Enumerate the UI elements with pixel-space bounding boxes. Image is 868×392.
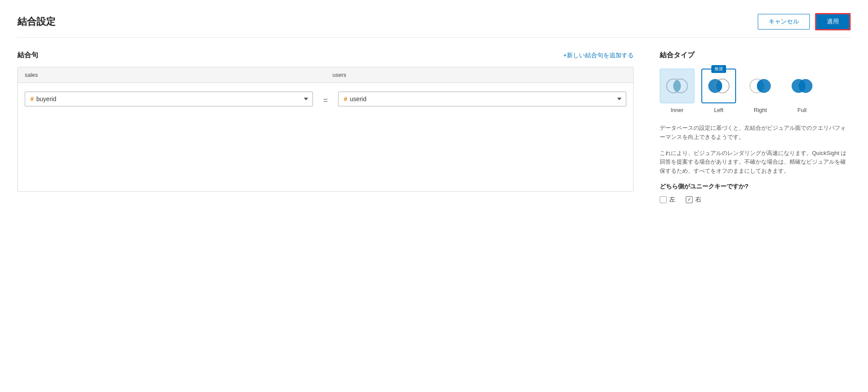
join-type-inner[interactable]: Inner <box>660 69 694 113</box>
join-table-body: # buyerid = # userid <box>18 83 633 191</box>
unique-key-title: どちら側がユニークキーですか? <box>660 183 851 191</box>
description-1: データベースの設定に基づくと、左結合がビジュアル面でのクエリパフォーマンスを向上… <box>660 124 851 142</box>
unique-key-left-option[interactable]: 左 <box>660 196 675 204</box>
left-field-selector[interactable]: # buyerid <box>25 92 313 106</box>
apply-button[interactable]: 適用 <box>815 13 851 30</box>
left-join-icon <box>707 77 731 95</box>
svg-point-13 <box>799 79 812 93</box>
page-container: 結合設定 キャンセル 適用 結合句 +新しい結合句を追加する sales use… <box>0 0 868 392</box>
right-label: Right <box>754 107 767 113</box>
left-table-header: sales <box>18 67 326 82</box>
header-buttons: キャンセル 適用 <box>758 13 851 30</box>
equals-sign: = <box>320 96 332 105</box>
join-table: sales users # buyerid = # userid <box>17 67 634 192</box>
left-field-hash: # <box>30 96 34 102</box>
join-table-header: sales users <box>18 67 633 83</box>
main-content: 結合句 +新しい結合句を追加する sales users # buyerid = <box>17 51 851 204</box>
full-icon-wrap <box>785 69 819 103</box>
cancel-button[interactable]: キャンセル <box>758 14 810 30</box>
inner-icon-wrap <box>660 69 694 103</box>
join-clause-section-header: 結合句 +新しい結合句を追加する <box>17 51 634 60</box>
unique-key-options: 左 右 <box>660 196 851 204</box>
inner-join-icon <box>665 77 689 95</box>
left-panel: 結合句 +新しい結合句を追加する sales users # buyerid = <box>17 51 634 204</box>
recommended-badge: 推奨 <box>711 65 726 73</box>
add-clause-link[interactable]: +新しい結合句を追加する <box>563 52 634 59</box>
left-field-chevron-icon <box>304 98 308 100</box>
left-field-name: buyerid <box>36 96 297 102</box>
join-type-full[interactable]: Full <box>785 69 819 113</box>
full-label: Full <box>798 107 807 113</box>
join-type-left[interactable]: 推奨 Left <box>701 69 736 113</box>
left-label: Left <box>714 107 723 113</box>
unique-key-right-label: 右 <box>695 196 701 204</box>
unique-key-right-option[interactable]: 右 <box>686 196 701 204</box>
join-types: Inner 推奨 <box>660 69 851 113</box>
right-table-header: users <box>326 67 633 82</box>
join-type-right[interactable]: Right <box>743 69 778 113</box>
join-clause-title: 結合句 <box>17 51 38 60</box>
right-panel: 結合タイプ <box>660 51 851 204</box>
full-join-icon <box>790 77 814 95</box>
right-join-icon <box>748 77 773 95</box>
right-field-chevron-icon <box>617 98 621 100</box>
unique-key-right-checkbox[interactable] <box>686 196 693 203</box>
join-type-title: 結合タイプ <box>660 51 851 60</box>
page-title: 結合設定 <box>17 15 56 28</box>
right-icon-wrap <box>743 69 778 103</box>
right-field-name: userid <box>350 96 610 102</box>
unique-key-left-label: 左 <box>669 196 675 204</box>
description-2: これにより、ビジュアルのレンダリングが高速になります。QuickSight は回… <box>660 149 851 176</box>
right-field-hash: # <box>344 96 347 102</box>
unique-key-left-checkbox[interactable] <box>660 196 667 203</box>
left-icon-wrap: 推奨 <box>701 69 736 103</box>
header: 結合設定 キャンセル 適用 <box>17 13 851 38</box>
right-field-selector[interactable]: # userid <box>338 92 626 106</box>
inner-label: Inner <box>671 107 684 113</box>
